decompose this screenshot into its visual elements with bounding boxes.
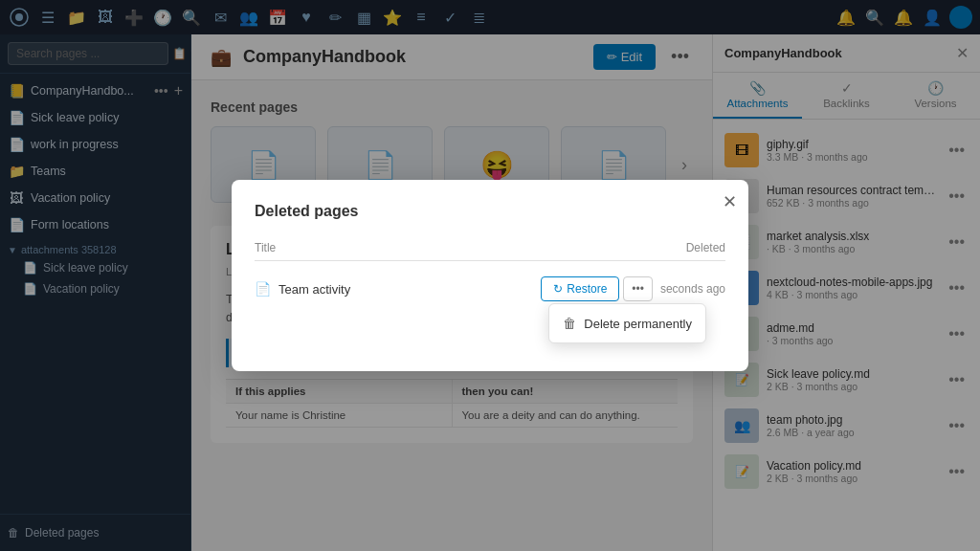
deleted-time: seconds ago: [660, 282, 725, 296]
delete-permanently-label: Delete permanently: [584, 317, 692, 331]
modal-col-title-label: Title: [255, 241, 276, 254]
modal-close-button[interactable]: ✕: [723, 191, 737, 212]
restore-label: Restore: [567, 282, 607, 296]
deleted-page-name: Team activity: [278, 282, 541, 297]
delete-permanently-icon: 🗑: [563, 316, 576, 331]
modal-title: Deleted pages: [255, 203, 725, 220]
deleted-page-row: 📄 Team activity ↻ Restore ••• seconds ag…: [255, 269, 725, 309]
row-actions: ↻ Restore ••• seconds ago: [541, 276, 725, 301]
row-more-button[interactable]: •••: [623, 276, 653, 301]
row-dropdown-menu: 🗑 Delete permanently: [548, 303, 706, 343]
deleted-pages-modal: Deleted pages ✕ Title Deleted 📄 Team act…: [232, 180, 748, 371]
delete-permanently-option[interactable]: 🗑 Delete permanently: [549, 308, 705, 339]
restore-icon: ↻: [553, 282, 563, 296]
modal-overlay: Deleted pages ✕ Title Deleted 📄 Team act…: [0, 0, 980, 551]
restore-button[interactable]: ↻ Restore: [541, 276, 619, 301]
modal-col-deleted-label: Deleted: [686, 241, 725, 254]
deleted-page-icon: 📄: [255, 281, 271, 297]
modal-table-header: Title Deleted: [255, 235, 725, 261]
